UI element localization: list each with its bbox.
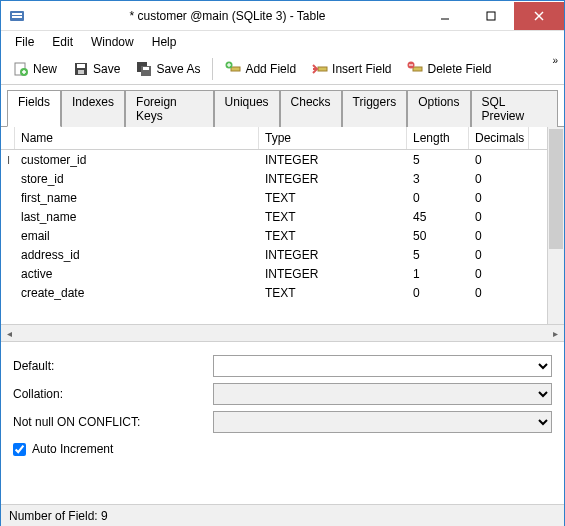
cell-type[interactable]: TEXT [259,228,407,244]
cell-name[interactable]: address_id [15,247,259,263]
insert-field-button[interactable]: Insert Field [306,58,397,80]
svg-rect-21 [318,67,327,71]
minimize-button[interactable] [422,2,468,30]
cell-name[interactable]: create_date [15,285,259,301]
tab-uniques[interactable]: Uniques [214,90,280,127]
table-row[interactable]: first_nameTEXT00 [1,188,547,207]
cell-decimals[interactable]: 0 [469,285,529,301]
tab-fields[interactable]: Fields [7,90,61,127]
app-icon [7,6,27,26]
scroll-thumb[interactable] [549,129,563,249]
cell-name[interactable]: store_id [15,171,259,187]
add-field-button[interactable]: Add Field [219,58,302,80]
cell-length[interactable]: 50 [407,228,469,244]
grid-header-name[interactable]: Name [15,127,259,149]
toolbar-separator [212,58,213,80]
cell-type[interactable]: INTEGER [259,152,407,168]
cell-type[interactable]: INTEGER [259,171,407,187]
cell-decimals[interactable]: 0 [469,152,529,168]
cell-length[interactable]: 3 [407,171,469,187]
row-cursor-icon [1,178,15,180]
delete-field-button[interactable]: Delete Field [401,58,497,80]
add-field-icon [225,61,241,77]
cell-length[interactable]: 5 [407,152,469,168]
table-row[interactable]: last_nameTEXT450 [1,207,547,226]
toolbar-overflow-icon[interactable]: » [552,55,558,66]
toolbar: New Save Save As Add Field Insert Field … [1,53,564,85]
grid-header-type[interactable]: Type [259,127,407,149]
menu-edit[interactable]: Edit [44,33,81,51]
cell-decimals[interactable]: 0 [469,266,529,282]
vertical-scrollbar[interactable]: ▴ [547,127,564,324]
cell-name[interactable]: last_name [15,209,259,225]
notnull-select[interactable] [213,411,552,433]
tab-triggers[interactable]: Triggers [342,90,408,127]
cell-name[interactable]: customer_id [15,152,259,168]
insert-field-icon [312,61,328,77]
default-select[interactable] [213,355,552,377]
titlebar: * customer @main (SQLite 3) - Table [1,1,564,31]
cell-decimals[interactable]: 0 [469,247,529,263]
tab-checks[interactable]: Checks [280,90,342,127]
cell-length[interactable]: 45 [407,209,469,225]
grid-body[interactable]: Icustomer_idINTEGER50store_idINTEGER30fi… [1,150,547,302]
close-button[interactable] [514,2,564,30]
cell-name[interactable]: first_name [15,190,259,206]
table-row[interactable]: emailTEXT500 [1,226,547,245]
cell-type[interactable]: INTEGER [259,266,407,282]
cell-type[interactable]: TEXT [259,209,407,225]
cell-decimals[interactable]: 0 [469,209,529,225]
notnull-label: Not null ON CONFLICT: [13,415,213,429]
cell-decimals[interactable]: 0 [469,190,529,206]
delete-field-icon [407,61,423,77]
row-cursor-icon: I [1,153,15,167]
auto-increment-label[interactable]: Auto Increment [32,442,113,456]
tab-sql-preview[interactable]: SQL Preview [471,90,558,127]
cell-name[interactable]: active [15,266,259,282]
auto-increment-checkbox[interactable] [13,443,26,456]
tab-indexes[interactable]: Indexes [61,90,125,127]
save-as-button[interactable]: Save As [130,58,206,80]
cell-type[interactable]: TEXT [259,285,407,301]
add-field-label: Add Field [245,62,296,76]
cell-decimals[interactable]: 0 [469,171,529,187]
cell-name[interactable]: email [15,228,259,244]
save-as-icon [136,61,152,77]
fields-grid: Name Type Length Decimals Icustomer_idIN… [1,127,564,325]
table-row[interactable]: activeINTEGER10 [1,264,547,283]
grid-header-handle [1,127,15,149]
horizontal-scrollbar[interactable]: ◂ ▸ [1,325,564,342]
collation-select[interactable] [213,383,552,405]
svg-rect-2 [12,16,22,18]
cell-length[interactable]: 0 [407,285,469,301]
delete-field-label: Delete Field [427,62,491,76]
table-row[interactable]: address_idINTEGER50 [1,245,547,264]
tab-foreign-keys[interactable]: Foreign Keys [125,90,214,127]
cell-length[interactable]: 1 [407,266,469,282]
cell-length[interactable]: 5 [407,247,469,263]
new-button[interactable]: New [7,58,63,80]
maximize-button[interactable] [468,2,514,30]
scroll-left-icon[interactable]: ◂ [1,328,18,339]
menu-file[interactable]: File [7,33,42,51]
cell-type[interactable]: INTEGER [259,247,407,263]
scroll-right-icon[interactable]: ▸ [547,328,564,339]
row-cursor-icon [1,273,15,275]
menu-help[interactable]: Help [144,33,185,51]
tab-options[interactable]: Options [407,90,470,127]
tabstrip: Fields Indexes Foreign Keys Uniques Chec… [1,85,564,127]
save-button[interactable]: Save [67,58,126,80]
cell-decimals[interactable]: 0 [469,228,529,244]
svg-rect-16 [143,67,149,70]
menu-window[interactable]: Window [83,33,142,51]
grid-header: Name Type Length Decimals [1,127,547,150]
row-cursor-icon [1,197,15,199]
table-row[interactable]: store_idINTEGER30 [1,169,547,188]
cell-length[interactable]: 0 [407,190,469,206]
row-cursor-icon [1,292,15,294]
cell-type[interactable]: TEXT [259,190,407,206]
grid-header-length[interactable]: Length [407,127,469,149]
table-row[interactable]: Icustomer_idINTEGER50 [1,150,547,169]
grid-header-decimals[interactable]: Decimals [469,127,529,149]
table-row[interactable]: create_dateTEXT00 [1,283,547,302]
